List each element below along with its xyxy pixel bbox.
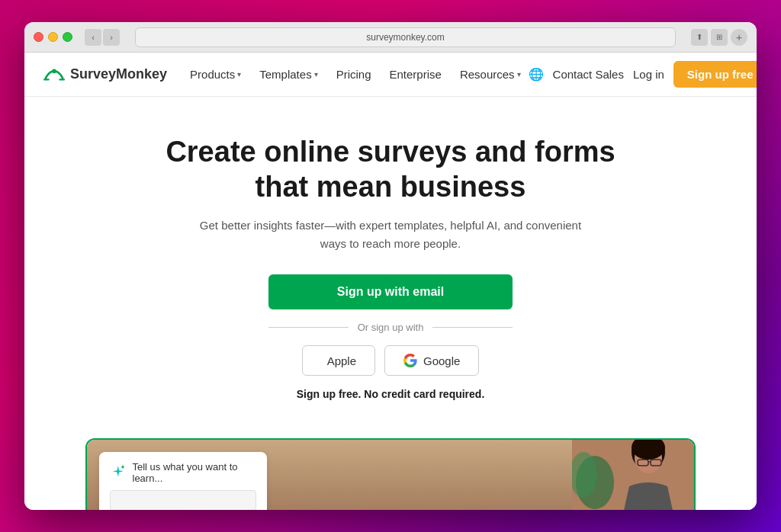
nav-products[interactable]: Products ▾ — [182, 62, 249, 87]
url-text: surveymonkey.com — [366, 32, 444, 43]
nav-resources[interactable]: Resources ▾ — [452, 62, 529, 87]
ai-sparkle-icon — [110, 463, 127, 482]
google-btn-label: Google — [423, 354, 460, 367]
contact-sales-link[interactable]: Contact Sales — [553, 68, 624, 81]
back-button[interactable]: ‹ — [85, 29, 101, 46]
chevron-down-icon: ▾ — [314, 70, 318, 79]
logo-link[interactable]: SurveyMonkey — [43, 66, 167, 84]
add-tab-button[interactable]: + — [731, 29, 747, 46]
google-signup-button[interactable]: Google — [384, 345, 479, 376]
chevron-down-icon: ▾ — [517, 70, 521, 79]
chat-card: Tell us what you want to learn... — [99, 452, 267, 510]
content-area: SurveyMonkey Products ▾ Templates ▾ Pric… — [24, 53, 757, 510]
close-button[interactable] — [34, 32, 43, 42]
signup-email-button[interactable]: Sign up with email — [268, 274, 513, 309]
nav-links: Products ▾ Templates ▾ Pricing Enterpris… — [182, 62, 529, 87]
chat-card-header: Tell us what you want to learn... — [110, 461, 256, 484]
chat-prompt-text: Tell us what you want to learn... — [133, 461, 257, 484]
globe-icon[interactable]: 🌐 — [529, 67, 544, 82]
login-link[interactable]: Log in — [633, 68, 664, 81]
logo-svg — [43, 66, 66, 84]
nav-pricing[interactable]: Pricing — [329, 62, 379, 87]
apple-signup-button[interactable]: Apple — [302, 345, 375, 376]
mac-window: ‹ › surveymonkey.com ⬆ ⊞ + SurveyMonkey — [24, 22, 757, 510]
divider-right — [432, 327, 513, 328]
nav-arrows: ‹ › — [85, 29, 120, 46]
signup-free-button[interactable]: Sign up free — [673, 61, 757, 88]
hero-subtitle: Get better insights faster—with expert t… — [192, 216, 589, 253]
forward-button[interactable]: › — [103, 29, 120, 46]
or-divider: Or sign up with — [268, 322, 513, 333]
preview-section: Tell us what you want to learn... — [24, 423, 757, 510]
person-image — [572, 440, 694, 510]
new-tab-small-button[interactable]: ⊞ — [711, 29, 728, 46]
social-buttons: Apple Google — [40, 345, 741, 376]
hero-section: Create online surveys and forms that mea… — [24, 97, 757, 423]
no-credit-text: Sign up free. No credit card required. — [40, 388, 741, 400]
nav-enterprise[interactable]: Enterprise — [382, 62, 449, 87]
minimize-button[interactable] — [48, 32, 58, 42]
main-nav: SurveyMonkey Products ▾ Templates ▾ Pric… — [24, 53, 757, 97]
hero-title: Create online surveys and forms that mea… — [162, 135, 619, 204]
google-icon — [403, 354, 417, 367]
share-button[interactable]: ⬆ — [691, 29, 708, 46]
chevron-down-icon: ▾ — [237, 70, 241, 79]
url-bar[interactable]: surveymonkey.com — [135, 27, 676, 47]
traffic-lights — [34, 32, 72, 42]
apple-btn-label: Apple — [327, 354, 356, 367]
logo-text: SurveyMonkey — [70, 66, 167, 82]
nav-right: 🌐 Contact Sales Log in Sign up free — [529, 61, 757, 88]
svg-point-0 — [52, 69, 56, 73]
preview-card: Tell us what you want to learn... — [85, 438, 696, 510]
title-bar: ‹ › surveymonkey.com ⬆ ⊞ + — [24, 22, 757, 53]
divider-left — [268, 327, 349, 328]
chat-input-bar[interactable] — [110, 490, 256, 510]
nav-templates[interactable]: Templates ▾ — [252, 62, 325, 87]
maximize-button[interactable] — [63, 32, 72, 42]
window-controls-right: ⬆ ⊞ + — [691, 29, 747, 46]
or-text: Or sign up with — [358, 322, 424, 333]
